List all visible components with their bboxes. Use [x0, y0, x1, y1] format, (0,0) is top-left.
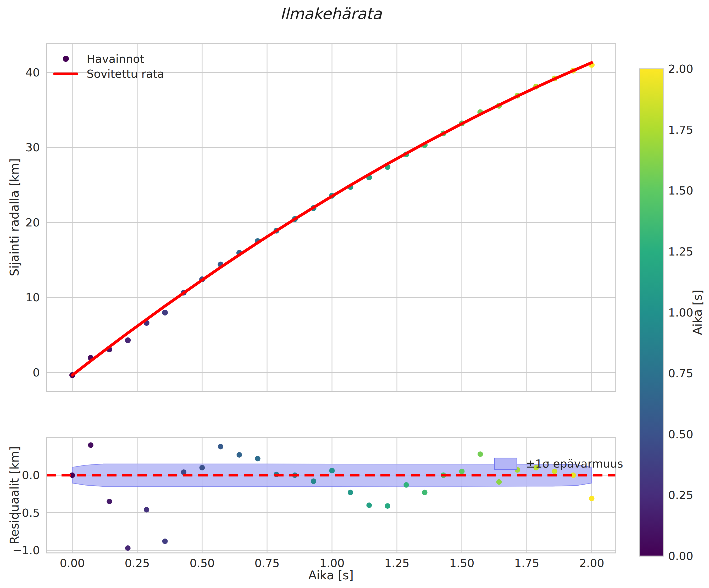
residual-point — [162, 538, 168, 544]
x-axis-label: Aika [s] — [309, 568, 354, 582]
colorbar-tick-label: 0.00 — [668, 550, 693, 563]
x-tick-label: 0.00 — [60, 557, 85, 570]
residual-point — [107, 499, 112, 504]
legend-entry-havainnot: Havainnot — [53, 51, 164, 66]
chart-title: Ilmakehärata — [280, 5, 382, 23]
residual-point — [255, 456, 261, 461]
residual-point — [477, 451, 483, 457]
residual-point — [200, 465, 205, 471]
x-tick-label: 1.00 — [319, 557, 345, 570]
line-marker-icon — [53, 73, 78, 75]
legend-label: Sovitettu rata — [87, 67, 164, 80]
x-tick-label: 1.25 — [384, 557, 410, 570]
residual-point — [422, 490, 427, 495]
observation-point — [162, 310, 168, 316]
colorbar-tick-label: 1.75 — [668, 123, 693, 136]
y-tick-label-top: 20 — [25, 216, 40, 229]
bottom-axes-frame — [46, 438, 616, 553]
x-tick-label: 1.50 — [449, 557, 474, 570]
residual-point — [236, 452, 242, 458]
colorbar-tick-label: 2.00 — [668, 62, 693, 75]
legend-top: Havainnot Sovitettu rata — [53, 51, 164, 81]
x-tick-label: 1.75 — [514, 557, 539, 570]
y-tick-label-bottom: 0.0 — [22, 469, 40, 482]
residual-point — [125, 545, 131, 551]
colorbar-tick-label: 1.00 — [668, 306, 693, 319]
observation-point — [125, 338, 131, 343]
colorbar-tick-label: 1.25 — [668, 245, 693, 258]
residual-point — [459, 469, 465, 474]
residual-point — [366, 502, 372, 508]
residual-point — [144, 507, 149, 513]
colorbar-tick-label: 0.50 — [668, 428, 693, 441]
colorbar-label-text: Aika [s] — [690, 290, 705, 335]
y-tick-label-top: 30 — [25, 141, 40, 154]
residual-point — [496, 479, 502, 485]
y-tick-label-top: 40 — [25, 66, 40, 79]
residual-point — [589, 496, 595, 501]
band-patch-icon — [494, 458, 517, 470]
top-axes-frame — [46, 44, 616, 392]
residual-point — [88, 443, 94, 448]
legend-bottom: ±1σ epävarmuus — [494, 457, 623, 470]
figure: 0.000.250.500.751.001.251.501.752.000102… — [0, 0, 709, 588]
residual-point — [218, 444, 223, 449]
scatter-marker-icon — [63, 56, 69, 62]
x-tick-label: 2.00 — [579, 557, 604, 570]
residual-point — [348, 490, 353, 495]
colorbar — [639, 69, 663, 556]
residual-point — [385, 503, 390, 509]
y-axis-label-bottom-text: Residuaalit [km] — [7, 446, 22, 544]
x-tick-label: 0.50 — [189, 557, 215, 570]
legend-marker-cell — [53, 56, 78, 62]
x-tick-label: 0.25 — [125, 557, 150, 570]
legend-label: ±1σ epävarmuus — [526, 457, 623, 470]
legend-label: Havainnot — [87, 52, 144, 65]
y-tick-label-top: 0 — [33, 366, 40, 379]
colorbar-tick-label: 1.50 — [668, 184, 693, 197]
colorbar-tick-label: 0.25 — [668, 488, 693, 502]
y-tick-label-top: 10 — [25, 291, 40, 304]
residual-point — [403, 482, 409, 488]
residual-point — [311, 478, 316, 484]
chart-canvas: 0.000.250.500.751.001.251.501.752.000102… — [0, 0, 709, 588]
y-tick-label-bottom: −1.0 — [12, 544, 40, 557]
y-axis-label-top-text: Sijainti radalla [km] — [7, 158, 22, 276]
legend-entry-sovitettu-rata: Sovitettu rata — [53, 66, 164, 81]
x-tick-label: 0.75 — [255, 557, 280, 570]
residual-point — [330, 468, 335, 473]
colorbar-tick-label: 0.75 — [668, 367, 693, 380]
